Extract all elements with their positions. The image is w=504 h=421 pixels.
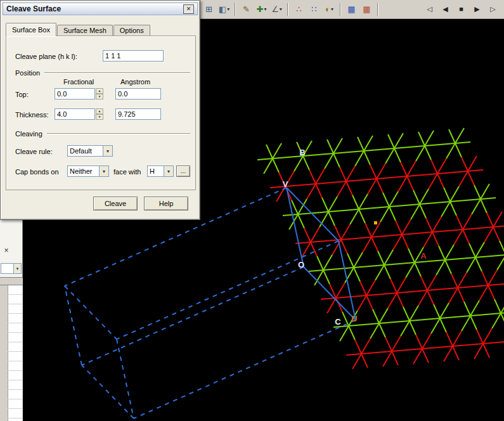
tab-options[interactable]: Options [113, 25, 150, 36]
thickness-spin-up-button[interactable]: ▲ [96, 108, 103, 114]
cleave-rule-label: Cleave rule: [15, 148, 53, 155]
mini-spreadsheet[interactable] [0, 277, 23, 421]
row-header [0, 390, 8, 399]
application-window: ⊞◧▾✎✚▾∠▾∴∷◐▾▦▦ ◁◀■▶▷ BVOACU × ▼ Cleave S… [0, 0, 504, 421]
dialog-titlebar[interactable]: Cleave Surface ✕ [3, 3, 198, 15]
chevron-down-icon: ▾ [264, 6, 266, 12]
thickness-label: Thickness: [15, 111, 49, 119]
row-header [0, 352, 8, 361]
face-with-value: H [148, 167, 164, 175]
grid-cell[interactable] [8, 323, 23, 332]
chart-table-button[interactable]: ▦ [359, 3, 374, 16]
grid-cell[interactable] [8, 418, 23, 421]
bond-display-button[interactable]: ∷ [307, 3, 321, 16]
cleave-plane-input[interactable] [103, 50, 164, 62]
selection-tool-button[interactable]: ⊞ [202, 3, 216, 16]
top-fractional-spinner: ▲ ▼ [96, 88, 103, 100]
play-button[interactable]: ▶ [470, 3, 484, 16]
table-row [0, 304, 23, 314]
cap-bonds-value: Neither [68, 167, 99, 175]
display-style-icon: ◐ [325, 5, 330, 13]
face-with-label: face with [113, 168, 141, 176]
table-row [0, 285, 23, 295]
grid-cell[interactable] [8, 333, 23, 342]
grid-cell[interactable] [8, 352, 23, 361]
face-with-combo[interactable]: H ▼ [147, 165, 174, 177]
grid-cell[interactable] [8, 285, 23, 294]
bond-display-icon: ∷ [311, 5, 316, 13]
toolbar-animation-controls: ◁◀■▶▷ [422, 3, 500, 16]
dialog-tabs: Surface Box Surface Mesh Options [6, 23, 151, 36]
row-header [0, 295, 8, 304]
panel-close-button[interactable]: × [2, 247, 11, 256]
grid-cell[interactable] [8, 399, 23, 408]
step-forward-button[interactable]: ▷ [486, 3, 500, 16]
cap-bonds-combo[interactable]: Neither ▼ [67, 165, 109, 177]
row-header [0, 409, 8, 418]
cap-bonds-label: Cap bonds on [15, 168, 59, 176]
play-reverse-button[interactable]: ◀ [438, 3, 453, 16]
grid-rows [0, 285, 23, 421]
grid-cell[interactable] [8, 409, 23, 418]
table-row [0, 371, 23, 380]
help-button[interactable]: Help [144, 197, 188, 210]
study-table-button[interactable]: ▦ [344, 3, 359, 16]
adjust-tool-button[interactable]: ✚▾ [254, 3, 269, 16]
grid-cell[interactable] [8, 390, 23, 399]
cleave-surface-dialog: Cleave Surface ✕ Surface Box Surface Mes… [0, 0, 200, 220]
cleave-button[interactable]: Cleave [93, 197, 138, 210]
row-header [0, 323, 8, 332]
table-row [0, 380, 23, 390]
grid-header [0, 277, 23, 285]
measure-tool-button[interactable]: ∠▾ [269, 3, 284, 16]
grid-cell[interactable] [8, 314, 23, 323]
browse-button[interactable]: ... [176, 165, 190, 177]
table-row [0, 333, 23, 342]
atom-display-button[interactable]: ∴ [292, 3, 306, 16]
grid-cell[interactable] [8, 380, 23, 389]
thickness-angstrom-input[interactable] [115, 108, 161, 120]
thickness-spin-down-button[interactable]: ▼ [96, 114, 103, 120]
atom-display-icon: ∴ [296, 5, 301, 13]
sketch-tool-button[interactable]: ✎ [239, 3, 254, 16]
chevron-down-icon: ▾ [280, 6, 282, 12]
toolbar-separator [377, 3, 378, 16]
chevron-down-icon[interactable]: ▼ [13, 264, 21, 273]
display-style-button[interactable]: ◐▾ [322, 3, 337, 16]
stop-icon: ■ [459, 5, 463, 13]
close-icon: ✕ [186, 6, 191, 12]
position-group-line [44, 72, 190, 74]
chevron-down-icon[interactable]: ▼ [99, 166, 108, 176]
grid-cell[interactable] [8, 304, 23, 313]
top-spin-up-button[interactable]: ▲ [96, 88, 103, 94]
top-spin-down-button[interactable]: ▼ [96, 94, 103, 100]
cleave-rule-value: Default [68, 147, 103, 155]
grid-cell[interactable] [8, 342, 23, 351]
table-row [0, 409, 23, 418]
table-row [0, 361, 23, 371]
grid-cell[interactable] [8, 295, 23, 304]
step-back-button[interactable]: ◁ [422, 3, 437, 16]
chevron-down-icon[interactable]: ▼ [164, 166, 173, 176]
top-angstrom-input[interactable] [115, 88, 161, 100]
row-header [0, 304, 8, 313]
toolbar-separator [235, 3, 236, 16]
grid-cell[interactable] [8, 371, 23, 380]
stop-button[interactable]: ■ [454, 3, 468, 16]
toolbar-separator [340, 3, 341, 16]
thickness-fractional-input[interactable] [55, 108, 95, 120]
top-fractional-input[interactable] [55, 88, 95, 100]
table-row [0, 399, 23, 409]
chevron-down-icon[interactable]: ▼ [103, 146, 112, 156]
table-row [0, 342, 23, 352]
chart-table-icon: ▦ [363, 5, 370, 13]
play-icon: ▶ [474, 5, 479, 13]
tab-surface-box[interactable]: Surface Box [6, 23, 56, 36]
side-combo[interactable]: ▼ [1, 263, 22, 274]
cleave-rule-combo[interactable]: Default ▼ [67, 145, 113, 157]
row-header [0, 380, 8, 389]
grid-cell[interactable] [8, 361, 23, 370]
dialog-close-button[interactable]: ✕ [183, 4, 194, 14]
tab-surface-mesh[interactable]: Surface Mesh [57, 25, 113, 36]
view-tool-button[interactable]: ◧▾ [217, 3, 231, 16]
